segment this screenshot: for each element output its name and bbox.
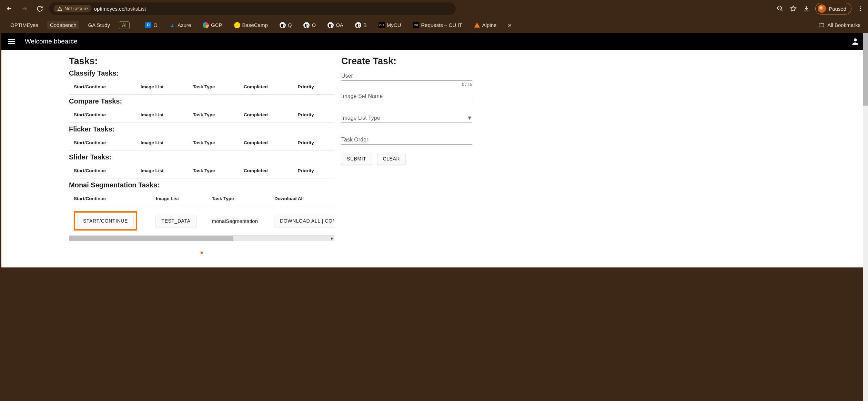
col-priority: Priority bbox=[293, 79, 334, 95]
flicker-heading: Flicker Tasks: bbox=[69, 125, 334, 133]
listtype-label: Image List Type bbox=[341, 115, 380, 121]
reload-button[interactable] bbox=[34, 3, 46, 14]
user-counter: 0 / 15 bbox=[341, 82, 472, 87]
image-list-type-select[interactable]: Image List Type ▼ bbox=[341, 115, 472, 123]
bookmark-github-q[interactable]: ◐Q bbox=[277, 21, 295, 30]
basecamp-icon bbox=[234, 22, 240, 28]
user-field[interactable]: User bbox=[341, 73, 472, 81]
bookmark-requests[interactable]: CURequests – CU IT bbox=[410, 21, 465, 30]
scroll-right-icon[interactable]: ▶ bbox=[331, 236, 334, 240]
imageset-field[interactable]: Image Set Name bbox=[341, 93, 472, 101]
bookmark-azure[interactable]: ▲Azure bbox=[166, 21, 194, 30]
bookmark-optimeyes[interactable]: OPTIMEyes bbox=[8, 21, 41, 29]
task-type-cell: monaiSegmentation bbox=[207, 206, 269, 236]
back-button[interactable] bbox=[3, 3, 15, 14]
bookmark-ai[interactable]: AI bbox=[119, 21, 130, 29]
page-content: Tasks: Classify Tasks: Start/Continue Im… bbox=[1, 50, 867, 267]
bookmark-star-icon[interactable] bbox=[789, 4, 797, 13]
col-type: Task Type bbox=[188, 163, 239, 178]
flicker-table: Start/Continue Image List Task Type Comp… bbox=[69, 135, 334, 150]
submit-button[interactable]: SUBMIT bbox=[341, 153, 372, 165]
bookmark-basecamp[interactable]: BaseCamp bbox=[231, 21, 271, 30]
forward-button[interactable] bbox=[19, 3, 30, 14]
bookmark-separator bbox=[136, 21, 136, 29]
kebab-menu-icon[interactable] bbox=[856, 4, 865, 13]
col-completed: Completed bbox=[239, 135, 293, 150]
profile-paused-button[interactable]: Paused bbox=[815, 3, 851, 14]
cu-icon: CU bbox=[413, 22, 419, 28]
col-imagelist: Image List bbox=[151, 191, 207, 206]
horizontal-scrollbar[interactable]: ◀ ▶ bbox=[69, 236, 334, 241]
gcp-icon bbox=[203, 22, 209, 28]
chevron-down-icon: ▼ bbox=[467, 115, 472, 121]
col-download: Download All bbox=[270, 191, 334, 206]
col-completed: Completed bbox=[239, 79, 293, 95]
loading-indicator bbox=[201, 252, 203, 254]
bookmark-alpine[interactable]: Alpine bbox=[471, 21, 499, 30]
bookmark-gastudy[interactable]: GA Study bbox=[85, 21, 113, 29]
imageset-label: Image Set Name bbox=[341, 93, 472, 99]
azure-icon: ▲ bbox=[169, 22, 175, 28]
col-imagelist: Image List bbox=[136, 107, 188, 123]
col-type: Task Type bbox=[188, 79, 239, 95]
scrollbar-thumb[interactable] bbox=[69, 236, 233, 241]
bookmark-github-b[interactable]: ◐B bbox=[352, 21, 370, 30]
bookmark-gcp[interactable]: GCP bbox=[200, 21, 225, 30]
svg-point-2 bbox=[860, 8, 861, 9]
col-priority: Priority bbox=[293, 163, 334, 178]
col-type: Task Type bbox=[207, 191, 269, 206]
chrome-actions: Paused bbox=[776, 3, 865, 14]
slider-table: Start/Continue Image List Task Type Comp… bbox=[69, 163, 334, 178]
create-task-heading: Create Task: bbox=[341, 56, 472, 67]
col-start: Start/Continue bbox=[69, 79, 136, 95]
all-bookmarks-button[interactable]: All Bookmarks bbox=[818, 22, 860, 28]
url-text: optimeyes.co/tasksList bbox=[94, 6, 146, 12]
app-topbar: Welcome bbearce bbox=[1, 33, 867, 50]
zoom-icon[interactable] bbox=[776, 4, 784, 13]
folder-icon bbox=[818, 22, 825, 28]
hamburger-menu-icon[interactable] bbox=[8, 37, 17, 46]
browser-toolbar: Not secure optimeyes.co/tasksList Paused bbox=[0, 0, 868, 17]
bookmark-outlook[interactable]: OO bbox=[142, 21, 160, 30]
download-icon[interactable] bbox=[802, 4, 810, 13]
welcome-text: Welcome bbearce bbox=[25, 38, 78, 45]
table-row: START/CONTINUE TEST_DATA monaiSegmentati… bbox=[69, 206, 334, 236]
person-icon bbox=[851, 37, 860, 46]
alpine-icon bbox=[474, 22, 480, 28]
bookmark-github-oa[interactable]: ◐OA bbox=[325, 21, 346, 30]
paused-label: Paused bbox=[829, 6, 846, 12]
task-order-field[interactable]: Task Order bbox=[341, 137, 472, 145]
svg-point-1 bbox=[860, 6, 861, 7]
user-label: User bbox=[341, 73, 472, 79]
monai-table: Start/Continue Image List Task Type Down… bbox=[69, 191, 334, 236]
compare-heading: Compare Tasks: bbox=[69, 97, 334, 105]
vertical-scrollbar[interactable] bbox=[863, 33, 868, 269]
app-viewport: Welcome bbearce Tasks: Classify Tasks: S… bbox=[1, 33, 867, 267]
svg-point-4 bbox=[854, 38, 857, 41]
tasks-column: Tasks: Classify Tasks: Start/Continue Im… bbox=[69, 56, 334, 254]
clear-button[interactable]: CLEAR bbox=[377, 153, 406, 165]
slider-heading: Slider Tasks: bbox=[69, 153, 334, 161]
bookmarks-bar: OPTIMEyes Codabench GA Study AI OO ▲Azur… bbox=[0, 17, 868, 33]
security-label: Not secure bbox=[64, 6, 88, 11]
monai-table-wrap: Start/Continue Image List Task Type Down… bbox=[69, 189, 334, 241]
security-badge[interactable]: Not secure bbox=[54, 5, 91, 12]
bookmarks-overflow-icon[interactable]: » bbox=[505, 21, 514, 29]
start-continue-highlight: START/CONTINUE bbox=[74, 211, 137, 231]
download-all-button[interactable]: DOWNLOAD ALL | COMPLETED bbox=[274, 215, 334, 227]
scrollbar-thumb[interactable] bbox=[863, 33, 868, 106]
warning-icon bbox=[57, 6, 62, 11]
address-bar[interactable]: Not secure optimeyes.co/tasksList bbox=[49, 2, 456, 15]
col-start: Start/Continue bbox=[69, 163, 136, 178]
topbar-user-button[interactable] bbox=[851, 37, 860, 46]
col-type: Task Type bbox=[188, 107, 239, 123]
bookmark-mycu[interactable]: CUMyCU bbox=[376, 21, 404, 30]
bookmark-github-o[interactable]: ◐O bbox=[301, 21, 319, 30]
col-completed: Completed bbox=[239, 163, 293, 178]
col-imagelist: Image List bbox=[136, 163, 188, 178]
bookmark-codabench[interactable]: Codabench bbox=[47, 21, 79, 29]
start-continue-button[interactable]: START/CONTINUE bbox=[78, 215, 133, 227]
col-imagelist: Image List bbox=[136, 135, 188, 150]
imagelist-button[interactable]: TEST_DATA bbox=[156, 215, 196, 227]
github-icon: ◐ bbox=[303, 22, 310, 28]
